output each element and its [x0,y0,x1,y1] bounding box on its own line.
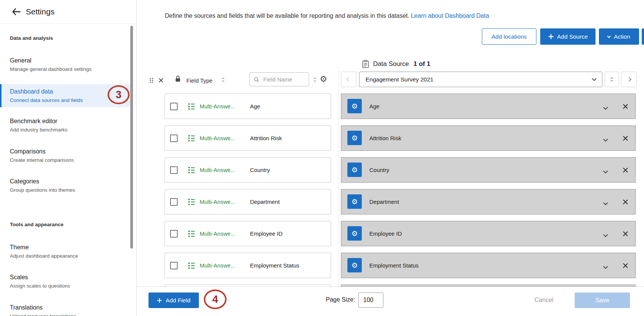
sidebar-item-categories[interactable]: Categories Group questions into themes [0,174,130,197]
mapped-field-row[interactable]: ⚙ Age [341,94,636,119]
row-checkbox[interactable] [170,230,178,238]
gear-icon: ⚙ [351,166,358,174]
chevron-down-icon [592,76,597,81]
next-source-button[interactable] [621,72,637,87]
multi-answer-icon [188,166,196,176]
mapped-field-row[interactable]: ⚙ Employment Status [341,253,636,278]
field-settings-button[interactable]: ⚙ [347,226,362,241]
field-card[interactable]: Multi-Answe... Age [164,94,331,119]
mapped-field-row[interactable]: ⚙ Employee ID [341,221,636,246]
reorder-source-button[interactable] [605,72,619,87]
sidebar-item-subtitle: Manage general dashboard settings [10,66,130,72]
add-locations-button[interactable]: Add locations [482,28,536,45]
clear-selection-icon[interactable] [158,78,164,83]
field-card[interactable]: Multi-Answe... Employee ID [164,221,331,246]
field-settings-button[interactable]: ⚙ [347,258,362,272]
sort-icon [610,77,614,82]
add-field-button[interactable]: Add Field [148,293,199,308]
sort-icon[interactable] [221,77,225,83]
field-settings-button[interactable]: ⚙ [347,163,362,177]
sidebar-item-subtitle: Upload language translations [10,313,130,316]
mapped-field-row[interactable]: ⚙ Country [341,157,636,183]
sidebar-item-translations[interactable]: Translations Upload language translation… [0,300,130,316]
chevron-down-icon[interactable] [604,263,607,270]
chevron-down-icon[interactable] [604,199,607,206]
remove-field-icon[interactable] [622,231,628,237]
mapped-field-row[interactable]: ⚙ Department [341,189,636,214]
row-checkbox[interactable] [170,198,178,206]
settings-title: Settings [26,7,55,16]
row-checkbox[interactable] [170,103,178,110]
truncated-button[interactable] [642,28,644,45]
gear-icon: ⚙ [351,197,358,206]
sidebar-item-subtitle: Create internal comparisons [10,157,130,163]
chevron-down-icon[interactable] [604,104,607,111]
save-label: Save [596,297,609,304]
mapped-field-name: Attrition Risk [369,135,401,141]
mapped-field-row[interactable]: ⚙ Attrition Risk [341,125,636,151]
plus-icon [157,298,162,303]
chevron-left-icon [346,77,351,82]
sidebar-item-benchmark-editor[interactable]: Benchmark editor Add industry benchmarks [0,114,130,137]
field-type-value: Multi-Answe... [200,230,235,237]
field-settings-button[interactable]: ⚙ [347,131,362,145]
gear-icon[interactable]: ⚙ [320,74,327,84]
field-card[interactable]: Multi-Answe... Country [164,157,331,183]
remove-field-icon[interactable] [622,103,628,110]
remove-field-icon[interactable] [622,135,628,141]
field-settings-button[interactable]: ⚙ [347,194,362,209]
gear-icon: ⚙ [351,102,358,110]
remove-field-icon[interactable] [622,167,628,173]
chevron-down-icon[interactable] [604,167,607,174]
sidebar-item-title: Translations [10,304,130,311]
gear-icon: ⚙ [351,134,358,142]
chevron-down-icon[interactable] [604,136,607,142]
search-input[interactable] [263,76,303,83]
intro-sentence: Define the sources and fields that will … [165,13,410,19]
cancel-button[interactable]: Cancel [532,296,556,304]
prev-source-button[interactable] [341,72,356,87]
sidebar-item-theme[interactable]: Theme Adjust dashboard appearance [0,240,130,263]
save-button[interactable]: Save [575,293,630,308]
field-row: Multi-Answe... Country ⚙ Country [164,157,636,183]
plus-icon [548,34,554,39]
remove-field-icon[interactable] [622,199,628,205]
drag-handle-icon[interactable] [149,77,154,83]
section-label-tools-appearance: Tools and appearance [10,222,64,227]
annotation-circle-4: 4 [204,289,227,309]
chevron-down-icon[interactable] [604,231,607,238]
field-name: Department [250,199,280,205]
annotation-number: 3 [116,89,121,101]
sidebar-item-comparisons[interactable]: Comparisons Create internal comparisons [0,144,130,167]
action-button[interactable]: Action [599,28,639,45]
field-card[interactable]: Multi-Answe... Department [164,189,331,214]
learn-about-link[interactable]: Learn about Dashboard Data [411,13,489,19]
field-type-value: Multi-Answe... [200,103,235,110]
sidebar-item-scales[interactable]: Scales Assign scales to questions [0,270,130,293]
page-size-input[interactable] [358,293,383,308]
field-row: Multi-Answe... Age ⚙ Age [164,94,636,119]
row-checkbox[interactable] [170,135,178,142]
sidebar-item-subtitle: Assign scales to questions [10,283,130,289]
multi-answer-icon [188,134,196,144]
sidebar-item-general[interactable]: General Manage general dashboard setting… [0,53,130,76]
sidebar-item-subtitle: Group questions into themes [10,187,130,193]
field-name: Employment Status [250,262,299,269]
field-card[interactable]: Multi-Answe... Attrition Risk [164,125,331,151]
data-source-dropdown[interactable]: Engagement Survey 2021 [359,72,602,87]
field-row: Multi-Answe... Employee ID ⚙ Employee ID [164,221,636,246]
row-checkbox[interactable] [170,166,178,174]
sidebar-item-title: Scales [10,274,130,281]
field-type-value: Multi-Answe... [200,135,235,141]
field-settings-button[interactable]: ⚙ [347,99,362,113]
add-source-button[interactable]: Add Source [540,28,596,45]
chevron-right-icon [627,77,631,82]
remove-field-icon[interactable] [622,263,628,269]
row-checkbox[interactable] [170,262,178,269]
mapped-field-name: Age [369,103,380,110]
chevron-down-icon [607,34,611,38]
field-card[interactable]: Multi-Answe... Employment Status [164,253,331,278]
sidebar-scrollbar[interactable] [130,26,133,249]
sort-icon[interactable] [313,77,317,83]
back-arrow-icon[interactable] [11,6,22,17]
